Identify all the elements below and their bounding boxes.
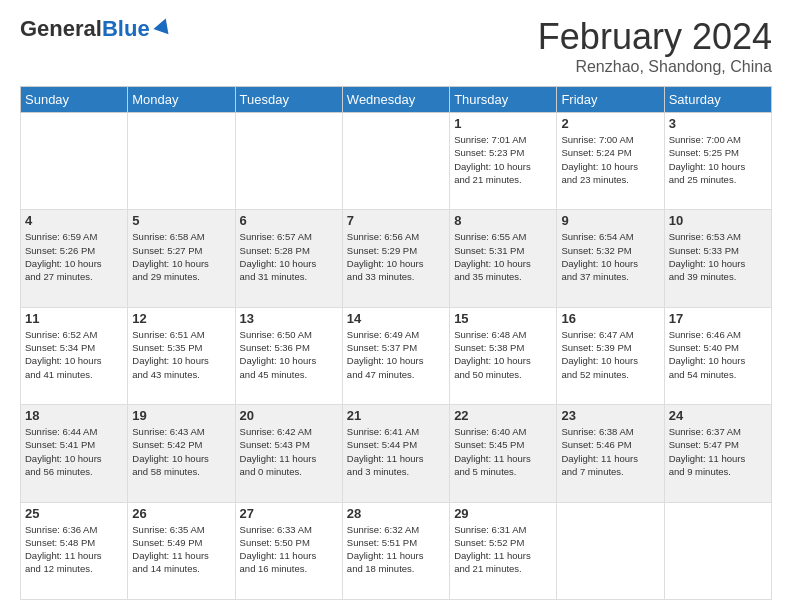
calendar-week-row: 25Sunrise: 6:36 AM Sunset: 5:48 PM Dayli… [21, 502, 772, 599]
day-number: 10 [669, 213, 767, 228]
calendar-week-row: 4Sunrise: 6:59 AM Sunset: 5:26 PM Daylig… [21, 210, 772, 307]
day-number: 11 [25, 311, 123, 326]
calendar-cell [342, 113, 449, 210]
day-number: 16 [561, 311, 659, 326]
weekday-header-monday: Monday [128, 87, 235, 113]
weekday-header-friday: Friday [557, 87, 664, 113]
day-info: Sunrise: 6:44 AM Sunset: 5:41 PM Dayligh… [25, 425, 123, 478]
day-number: 27 [240, 506, 338, 521]
day-number: 21 [347, 408, 445, 423]
calendar-cell [235, 113, 342, 210]
calendar-week-row: 1Sunrise: 7:01 AM Sunset: 5:23 PM Daylig… [21, 113, 772, 210]
calendar-table: SundayMondayTuesdayWednesdayThursdayFrid… [20, 86, 772, 600]
day-info: Sunrise: 6:49 AM Sunset: 5:37 PM Dayligh… [347, 328, 445, 381]
day-number: 26 [132, 506, 230, 521]
day-info: Sunrise: 6:58 AM Sunset: 5:27 PM Dayligh… [132, 230, 230, 283]
day-info: Sunrise: 6:40 AM Sunset: 5:45 PM Dayligh… [454, 425, 552, 478]
day-info: Sunrise: 6:37 AM Sunset: 5:47 PM Dayligh… [669, 425, 767, 478]
calendar-cell: 10Sunrise: 6:53 AM Sunset: 5:33 PM Dayli… [664, 210, 771, 307]
calendar-cell: 27Sunrise: 6:33 AM Sunset: 5:50 PM Dayli… [235, 502, 342, 599]
calendar-cell: 28Sunrise: 6:32 AM Sunset: 5:51 PM Dayli… [342, 502, 449, 599]
day-info: Sunrise: 6:41 AM Sunset: 5:44 PM Dayligh… [347, 425, 445, 478]
logo-text: GeneralBlue [20, 16, 173, 42]
calendar-cell [557, 502, 664, 599]
day-info: Sunrise: 7:00 AM Sunset: 5:25 PM Dayligh… [669, 133, 767, 186]
weekday-header-row: SundayMondayTuesdayWednesdayThursdayFrid… [21, 87, 772, 113]
day-info: Sunrise: 6:35 AM Sunset: 5:49 PM Dayligh… [132, 523, 230, 576]
day-number: 6 [240, 213, 338, 228]
day-info: Sunrise: 6:38 AM Sunset: 5:46 PM Dayligh… [561, 425, 659, 478]
calendar-cell: 24Sunrise: 6:37 AM Sunset: 5:47 PM Dayli… [664, 405, 771, 502]
logo-general: General [20, 16, 102, 42]
day-info: Sunrise: 6:53 AM Sunset: 5:33 PM Dayligh… [669, 230, 767, 283]
day-number: 19 [132, 408, 230, 423]
header-right: February 2024 Renzhao, Shandong, China [538, 16, 772, 76]
calendar-cell [128, 113, 235, 210]
day-number: 3 [669, 116, 767, 131]
day-info: Sunrise: 6:42 AM Sunset: 5:43 PM Dayligh… [240, 425, 338, 478]
day-info: Sunrise: 6:52 AM Sunset: 5:34 PM Dayligh… [25, 328, 123, 381]
day-number: 28 [347, 506, 445, 521]
calendar-cell: 1Sunrise: 7:01 AM Sunset: 5:23 PM Daylig… [450, 113, 557, 210]
calendar-cell: 15Sunrise: 6:48 AM Sunset: 5:38 PM Dayli… [450, 307, 557, 404]
calendar-cell: 5Sunrise: 6:58 AM Sunset: 5:27 PM Daylig… [128, 210, 235, 307]
day-number: 23 [561, 408, 659, 423]
day-number: 17 [669, 311, 767, 326]
day-number: 9 [561, 213, 659, 228]
calendar-cell: 21Sunrise: 6:41 AM Sunset: 5:44 PM Dayli… [342, 405, 449, 502]
day-number: 5 [132, 213, 230, 228]
calendar-week-row: 18Sunrise: 6:44 AM Sunset: 5:41 PM Dayli… [21, 405, 772, 502]
page: GeneralBlue February 2024 Renzhao, Shand… [0, 0, 792, 612]
day-info: Sunrise: 6:46 AM Sunset: 5:40 PM Dayligh… [669, 328, 767, 381]
day-number: 13 [240, 311, 338, 326]
day-number: 15 [454, 311, 552, 326]
day-number: 1 [454, 116, 552, 131]
day-number: 24 [669, 408, 767, 423]
day-number: 25 [25, 506, 123, 521]
calendar-cell: 26Sunrise: 6:35 AM Sunset: 5:49 PM Dayli… [128, 502, 235, 599]
day-number: 14 [347, 311, 445, 326]
calendar-cell: 4Sunrise: 6:59 AM Sunset: 5:26 PM Daylig… [21, 210, 128, 307]
calendar-cell: 6Sunrise: 6:57 AM Sunset: 5:28 PM Daylig… [235, 210, 342, 307]
day-number: 2 [561, 116, 659, 131]
day-info: Sunrise: 6:31 AM Sunset: 5:52 PM Dayligh… [454, 523, 552, 576]
day-info: Sunrise: 6:47 AM Sunset: 5:39 PM Dayligh… [561, 328, 659, 381]
logo-blue: Blue [102, 16, 150, 42]
calendar-cell: 16Sunrise: 6:47 AM Sunset: 5:39 PM Dayli… [557, 307, 664, 404]
day-number: 29 [454, 506, 552, 521]
calendar-cell: 11Sunrise: 6:52 AM Sunset: 5:34 PM Dayli… [21, 307, 128, 404]
day-number: 22 [454, 408, 552, 423]
calendar-cell: 19Sunrise: 6:43 AM Sunset: 5:42 PM Dayli… [128, 405, 235, 502]
weekday-header-saturday: Saturday [664, 87, 771, 113]
calendar-cell: 23Sunrise: 6:38 AM Sunset: 5:46 PM Dayli… [557, 405, 664, 502]
day-info: Sunrise: 6:55 AM Sunset: 5:31 PM Dayligh… [454, 230, 552, 283]
day-info: Sunrise: 6:32 AM Sunset: 5:51 PM Dayligh… [347, 523, 445, 576]
weekday-header-wednesday: Wednesday [342, 87, 449, 113]
day-info: Sunrise: 6:57 AM Sunset: 5:28 PM Dayligh… [240, 230, 338, 283]
calendar-cell: 17Sunrise: 6:46 AM Sunset: 5:40 PM Dayli… [664, 307, 771, 404]
calendar-cell [664, 502, 771, 599]
calendar-title: February 2024 [538, 16, 772, 58]
day-number: 8 [454, 213, 552, 228]
calendar-cell: 20Sunrise: 6:42 AM Sunset: 5:43 PM Dayli… [235, 405, 342, 502]
calendar-body: 1Sunrise: 7:01 AM Sunset: 5:23 PM Daylig… [21, 113, 772, 600]
day-number: 7 [347, 213, 445, 228]
day-info: Sunrise: 6:50 AM Sunset: 5:36 PM Dayligh… [240, 328, 338, 381]
calendar-cell: 14Sunrise: 6:49 AM Sunset: 5:37 PM Dayli… [342, 307, 449, 404]
calendar-cell: 2Sunrise: 7:00 AM Sunset: 5:24 PM Daylig… [557, 113, 664, 210]
calendar-cell: 13Sunrise: 6:50 AM Sunset: 5:36 PM Dayli… [235, 307, 342, 404]
day-info: Sunrise: 7:00 AM Sunset: 5:24 PM Dayligh… [561, 133, 659, 186]
logo-icon [153, 16, 173, 36]
svg-marker-0 [153, 16, 173, 34]
calendar-cell: 3Sunrise: 7:00 AM Sunset: 5:25 PM Daylig… [664, 113, 771, 210]
calendar-cell: 22Sunrise: 6:40 AM Sunset: 5:45 PM Dayli… [450, 405, 557, 502]
calendar-cell: 12Sunrise: 6:51 AM Sunset: 5:35 PM Dayli… [128, 307, 235, 404]
day-info: Sunrise: 6:54 AM Sunset: 5:32 PM Dayligh… [561, 230, 659, 283]
day-number: 20 [240, 408, 338, 423]
day-info: Sunrise: 6:33 AM Sunset: 5:50 PM Dayligh… [240, 523, 338, 576]
day-info: Sunrise: 6:36 AM Sunset: 5:48 PM Dayligh… [25, 523, 123, 576]
day-info: Sunrise: 6:51 AM Sunset: 5:35 PM Dayligh… [132, 328, 230, 381]
calendar-cell: 9Sunrise: 6:54 AM Sunset: 5:32 PM Daylig… [557, 210, 664, 307]
weekday-header-thursday: Thursday [450, 87, 557, 113]
day-info: Sunrise: 6:56 AM Sunset: 5:29 PM Dayligh… [347, 230, 445, 283]
